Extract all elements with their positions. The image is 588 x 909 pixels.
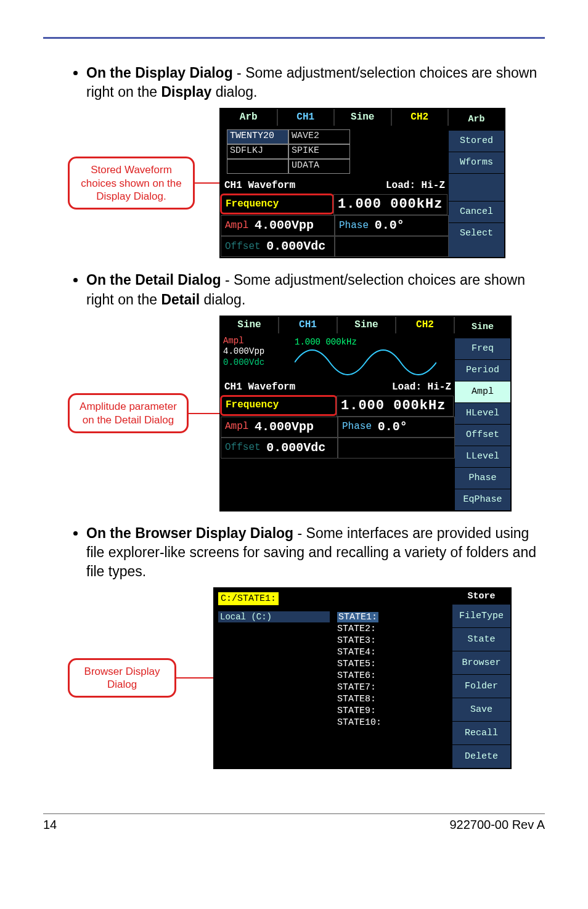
file-state9[interactable]: STATE9:	[337, 705, 449, 717]
softkey-cancel[interactable]: Cancel	[449, 201, 504, 222]
file-state2[interactable]: STATE2:	[337, 623, 449, 635]
section-load-hiz: Load: Hi-Z	[386, 180, 445, 192]
callout-amplitude: Amplitude parameter on the Detail Dialog	[68, 393, 189, 433]
param-frequency-value[interactable]: 1.000 000kHz	[333, 194, 447, 215]
param-frequency-value-2[interactable]: 1.000 000kHz	[337, 396, 454, 417]
bullet-detail-dialog: On the Detail Dialog - Some adjustment/s…	[86, 271, 545, 309]
param-ampl-2[interactable]: Ampl 4.000Vpp	[221, 417, 338, 438]
param-phase-2[interactable]: Phase 0.0°	[338, 417, 455, 438]
tab-sine[interactable]: Sine	[335, 109, 392, 126]
file-state3[interactable]: STATE3:	[337, 635, 449, 646]
phase-value-2: 0.0°	[378, 420, 407, 434]
page-number: 14	[43, 818, 57, 832]
tab-sine-1[interactable]: Sine	[221, 317, 279, 333]
softkey-freq[interactable]: Freq	[455, 338, 510, 359]
softkey-eqphase[interactable]: EqPhase	[455, 489, 510, 510]
bullet-display-dialog: On the Display Dialog - Some adjustment/…	[86, 63, 545, 102]
softkey-phase[interactable]: Phase	[455, 467, 510, 489]
softkey-folder[interactable]: Folder	[452, 674, 510, 698]
callout-lead-1	[195, 182, 219, 184]
softkey-wforms[interactable]: Wforms	[449, 152, 504, 173]
softkey-ampl[interactable]: Ampl	[455, 381, 510, 402]
prev-ampl-label: Ampl	[223, 336, 244, 346]
ampl-label-2: Ampl	[225, 421, 248, 433]
wf-cell-empty[interactable]	[227, 159, 288, 174]
bullet1-bold2: Display	[161, 84, 211, 100]
bullet2-bold2: Detail	[161, 291, 200, 308]
tab-arb[interactable]: Arb	[221, 109, 278, 126]
bullet2-text2: dialog.	[200, 291, 245, 308]
param-blank-2	[338, 438, 455, 459]
softkey-stored[interactable]: Stored	[449, 130, 504, 152]
wf-cell-udata[interactable]: UDATA	[288, 159, 350, 174]
softkey-title-arb: Arb	[449, 109, 504, 130]
softkey-state[interactable]: State	[452, 627, 510, 651]
browser-files-col: STATE1: STATE2: STATE3: STATE4: STATE5: …	[333, 609, 452, 731]
wf-cell-sdflkj[interactable]: SDFLKJ	[227, 144, 288, 159]
drive-local-c[interactable]: Local (C:)	[218, 611, 330, 622]
freq-value: 1.000 000kHz	[338, 197, 443, 213]
softkey-select[interactable]: Select	[449, 222, 504, 244]
softkey-filetype[interactable]: FileType	[452, 604, 510, 627]
file-state6[interactable]: STATE6:	[337, 670, 449, 682]
tab-ch2[interactable]: CH2	[392, 109, 449, 126]
doc-revision: 922700-00 Rev A	[449, 818, 545, 832]
softkey-hlevel[interactable]: HLevel	[455, 402, 510, 424]
section-ch1-waveform: CH1 Waveform	[224, 180, 295, 192]
callout-stored-waveform: Stored Waveform choices shown on the Dis…	[68, 157, 195, 210]
section-ch1-waveform-2: CH1 Waveform	[224, 381, 295, 393]
file-state4[interactable]: STATE4:	[337, 646, 449, 658]
softkey-title-sine: Sine	[455, 317, 510, 338]
softkey-title-store: Store	[452, 589, 510, 604]
softkey-column-2: Sine Freq Period Ampl HLevel Offset LLev…	[455, 317, 510, 510]
param-offset[interactable]: Offset 0.000Vdc	[221, 236, 335, 257]
file-state1[interactable]: STATE1:	[337, 612, 378, 622]
ampl-value-2: 4.000Vpp	[255, 420, 314, 434]
phase-value: 0.0°	[375, 218, 404, 233]
bullet1-text2: dialog.	[211, 84, 257, 100]
detail-dialog-device: Sine CH1 Sine CH2 Ampl 4.000Vpp 0.000Vdc…	[219, 316, 512, 512]
param-ampl[interactable]: Ampl 4.000Vpp	[221, 215, 335, 236]
browser-softkeys: Store FileType State Browser Folder Save…	[452, 589, 510, 768]
softkey-column: Arb Stored Wforms Cancel Select	[449, 109, 504, 257]
softkey-offset[interactable]: Offset	[455, 424, 510, 446]
file-state7[interactable]: STATE7:	[337, 682, 449, 693]
param-offset-2[interactable]: Offset 0.000Vdc	[221, 438, 338, 459]
offset-label: Offset	[225, 241, 261, 253]
softkey-llevel[interactable]: LLevel	[455, 446, 510, 467]
wf-cell-twenty20[interactable]: TWENTY20	[227, 129, 288, 144]
prev-vdc: 0.000Vdc	[223, 357, 264, 367]
sine-wave-icon	[295, 347, 436, 378]
callout-lead-2	[189, 413, 219, 414]
tab-ch1-2[interactable]: CH1	[279, 317, 338, 333]
tab-sine-2[interactable]: Sine	[338, 317, 396, 333]
file-state5[interactable]: STATE5:	[337, 658, 449, 670]
softkey-recall[interactable]: Recall	[452, 721, 510, 744]
callout-browser: Browser Display Dialog	[68, 658, 176, 698]
softkey-delete[interactable]: Delete	[452, 744, 510, 768]
softkey-save[interactable]: Save	[452, 698, 510, 721]
param-blank	[335, 236, 449, 257]
wf-cell-wave2[interactable]: WAVE2	[288, 129, 350, 144]
browser-dialog-device: C:/STATE1: Local (C:) STATE1: STATE2: ST…	[213, 587, 512, 769]
bullet3-bold: On the Browser Display Dialog	[86, 525, 293, 541]
freq-value-2: 1.000 000kHz	[341, 398, 446, 414]
phase-label-2: Phase	[342, 421, 372, 433]
param-frequency[interactable]: Frequency	[220, 194, 334, 214]
param-frequency-2[interactable]: Frequency	[220, 395, 337, 416]
softkey-period[interactable]: Period	[455, 359, 510, 381]
bullet2-bold: On the Detail Dialog	[86, 272, 221, 288]
offset-value-2: 0.000Vdc	[266, 441, 325, 455]
prev-rate: 1.000 000kHz	[295, 337, 357, 348]
tab-ch1[interactable]: CH1	[278, 109, 335, 126]
prev-vpp: 4.000Vpp	[223, 346, 264, 356]
ampl-value: 4.000Vpp	[255, 218, 314, 233]
softkey-browser[interactable]: Browser	[452, 651, 510, 674]
file-state8[interactable]: STATE8:	[337, 693, 449, 705]
freq-label-2: Frequency	[226, 399, 279, 411]
callout-lead-3	[176, 677, 213, 679]
tab-ch2-2[interactable]: CH2	[396, 317, 455, 333]
wf-cell-spike[interactable]: SPIKE	[288, 144, 350, 159]
file-state10[interactable]: STATE10:	[337, 717, 449, 728]
param-phase[interactable]: Phase 0.0°	[335, 215, 449, 236]
